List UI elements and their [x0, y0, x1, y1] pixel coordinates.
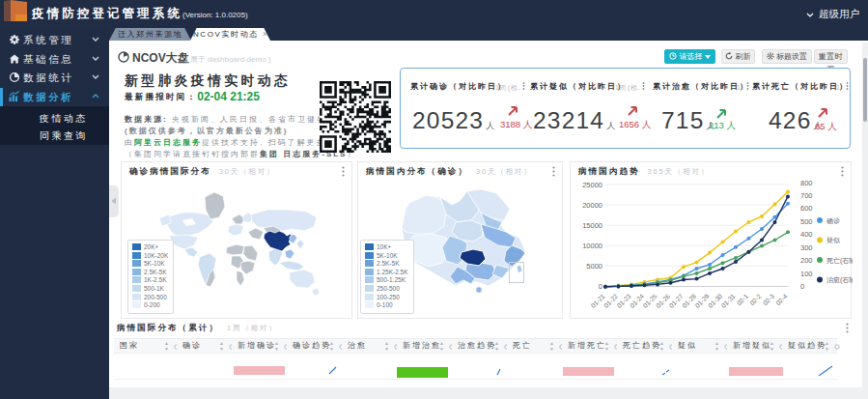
svg-text:治愈(右轴): 治愈(右轴)	[826, 276, 853, 284]
svg-text:0: 0	[599, 282, 602, 291]
svg-text:20000: 20000	[582, 201, 602, 210]
svg-text:200: 200	[800, 256, 813, 265]
svg-text:700: 700	[800, 191, 813, 200]
svg-text:600: 600	[800, 204, 813, 213]
svg-text:5000: 5000	[586, 262, 602, 271]
svg-text:02-4: 02-4	[774, 293, 789, 307]
svg-text:02-2: 02-2	[748, 293, 763, 307]
svg-text:02-3: 02-3	[762, 293, 776, 307]
svg-text:死亡(右轴): 死亡(右轴)	[826, 257, 853, 265]
svg-text:800: 800	[800, 179, 813, 187]
svg-text:15000: 15000	[582, 221, 602, 230]
svg-text:500: 500	[800, 217, 813, 226]
svg-text:0: 0	[800, 282, 804, 291]
svg-text:300: 300	[800, 243, 813, 252]
svg-text:疑似: 疑似	[826, 237, 840, 243]
svg-text:确诊: 确诊	[826, 217, 840, 224]
svg-text:25000: 25000	[582, 181, 602, 189]
svg-text:400: 400	[800, 230, 813, 239]
svg-text:10000: 10000	[582, 242, 602, 250]
svg-text:01-31: 01-31	[719, 293, 736, 309]
svg-text:100: 100	[800, 270, 813, 278]
svg-text:02-1: 02-1	[736, 293, 750, 307]
